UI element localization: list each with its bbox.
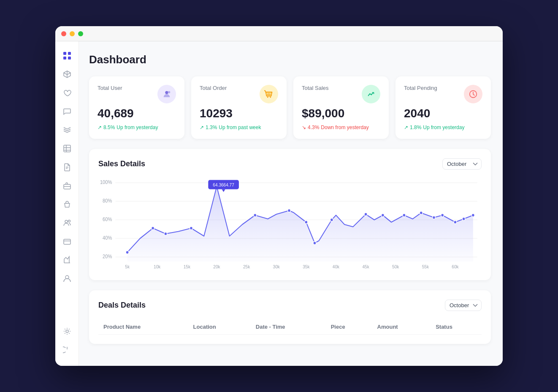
up-arrow-icon — [98, 124, 102, 130]
svg-point-45 — [287, 209, 290, 212]
svg-point-41 — [164, 232, 167, 235]
sidebar-item-heart[interactable] — [59, 85, 76, 102]
deals-section-header: Deals Details October January — [98, 300, 482, 311]
maximize-button[interactable] — [78, 31, 83, 36]
svg-point-6 — [65, 220, 68, 223]
sidebar-item-user[interactable] — [59, 271, 76, 288]
sidebar-item-dashboard[interactable] — [59, 48, 76, 65]
app-window: Dashboard Total User — [55, 26, 503, 366]
svg-text:5k: 5k — [125, 264, 130, 270]
stat-icon-user — [157, 85, 176, 103]
sidebar-item-card[interactable] — [59, 234, 76, 251]
stat-card-header-order: Total Order — [200, 85, 278, 103]
svg-point-13 — [267, 97, 268, 98]
svg-point-46 — [305, 221, 308, 224]
page-title: Dashboard — [89, 53, 491, 66]
sidebar-item-chat[interactable] — [59, 104, 76, 121]
stat-icon-order — [260, 85, 278, 103]
svg-text:64.3664.77: 64.3664.77 — [213, 182, 234, 187]
sidebar-item-file[interactable] — [59, 160, 76, 176]
stat-change-pending: 1.8% Up from yesterday — [404, 124, 482, 130]
cube-icon — [63, 70, 71, 81]
sidebar-item-power[interactable] — [59, 342, 76, 359]
stat-value-order: 10293 — [200, 107, 278, 120]
svg-point-7 — [68, 220, 70, 222]
bag-icon — [63, 200, 71, 211]
briefcase-icon — [63, 181, 71, 192]
deals-table-header-row: Product Name Location Date - Time Piece … — [98, 319, 482, 335]
sidebar — [55, 41, 79, 366]
sidebar-item-layers[interactable] — [59, 122, 76, 139]
sales-chart-svg: 100% 80% 60% 40% 20% 5k 10k 15k 20k 25k … — [98, 178, 482, 271]
deals-month-select[interactable]: October January — [445, 300, 482, 311]
col-date-time: Date - Time — [251, 319, 326, 335]
stat-label-user: Total User — [98, 85, 122, 91]
svg-text:20%: 20% — [103, 254, 112, 260]
svg-point-11 — [165, 91, 168, 94]
stat-card-total-pending: Total Pending 2040 1.8% Up from yesterda… — [395, 76, 491, 139]
stat-change-user: 8.5% Up from yesterday — [98, 124, 176, 130]
svg-point-50 — [381, 214, 384, 217]
layers-icon — [63, 126, 71, 136]
svg-point-54 — [441, 214, 444, 217]
col-amount: Amount — [372, 319, 431, 335]
svg-rect-4 — [64, 145, 70, 152]
heart-icon — [63, 89, 71, 99]
close-button[interactable] — [61, 31, 66, 36]
svg-point-52 — [420, 211, 423, 215]
down-arrow-icon — [302, 124, 306, 130]
stat-icon-sales — [362, 85, 380, 103]
svg-point-44 — [254, 214, 257, 217]
sidebar-item-bag[interactable] — [59, 197, 76, 214]
deals-table: Product Name Location Date - Time Piece … — [98, 319, 482, 335]
chat-icon — [63, 107, 71, 118]
svg-point-40 — [152, 227, 154, 230]
svg-text:45k: 45k — [362, 264, 369, 270]
deals-section: Deals Details October January Product Na… — [89, 290, 491, 344]
sidebar-item-chart[interactable] — [59, 252, 76, 269]
svg-point-57 — [471, 214, 474, 217]
stat-label-pending: Total Pending — [404, 85, 437, 91]
stat-icon-pending — [464, 85, 482, 103]
chart-icon — [63, 256, 71, 266]
col-location: Location — [188, 319, 251, 335]
minimize-button[interactable] — [70, 31, 75, 36]
settings-icon — [63, 327, 71, 338]
sidebar-item-settings[interactable] — [59, 324, 76, 341]
sales-month-select[interactable]: October January February March — [442, 158, 482, 170]
up-arrow-icon-order — [200, 124, 204, 130]
svg-rect-3 — [68, 57, 71, 59]
svg-point-53 — [432, 216, 435, 219]
stat-card-header-sales: Total Sales — [302, 85, 380, 103]
file-icon — [63, 163, 71, 173]
user-icon — [63, 274, 71, 285]
svg-point-12 — [168, 91, 171, 94]
stat-card-total-order: Total Order 10293 — [191, 76, 287, 139]
up-arrow-icon-pending — [404, 124, 408, 130]
svg-text:15k: 15k — [184, 264, 191, 270]
svg-text:55k: 55k — [422, 264, 429, 270]
svg-rect-0 — [63, 52, 66, 55]
sidebar-item-briefcase[interactable] — [59, 178, 76, 195]
titlebar — [55, 26, 503, 41]
sidebar-item-cube[interactable] — [59, 67, 76, 84]
sidebar-item-table[interactable] — [59, 141, 76, 158]
stat-label-order: Total Order — [200, 85, 227, 91]
stat-card-header: Total User — [98, 85, 176, 103]
app-layout: Dashboard Total User — [55, 41, 503, 366]
svg-point-39 — [126, 251, 129, 254]
stat-value-sales: $89,000 — [302, 107, 380, 120]
sales-section-header: Sales Details October January February M… — [98, 158, 482, 170]
col-status: Status — [431, 319, 482, 335]
svg-rect-2 — [63, 57, 66, 59]
svg-text:60%: 60% — [103, 216, 112, 222]
svg-text:20k: 20k — [213, 264, 220, 270]
sidebar-item-users[interactable] — [59, 215, 76, 232]
svg-rect-1 — [68, 52, 71, 55]
stat-value-pending: 2040 — [404, 107, 482, 120]
chart-area: 100% 80% 60% 40% 20% 5k 10k 15k 20k 25k … — [98, 178, 482, 271]
stat-value-user: 40,689 — [98, 107, 176, 120]
stat-change-sales: 4.3% Down from yesterday — [302, 124, 380, 130]
svg-text:30k: 30k — [273, 264, 280, 270]
svg-point-48 — [330, 218, 333, 222]
